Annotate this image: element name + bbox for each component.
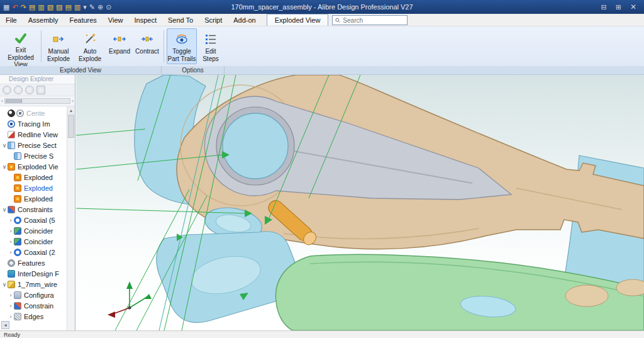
scroll-left-icon[interactable]: ‹	[1, 98, 3, 104]
assembly-canvas[interactable]	[76, 75, 644, 330]
3d-viewport[interactable]	[76, 75, 644, 330]
scroll-right-icon[interactable]: ›	[72, 98, 74, 104]
menu-item-assembly[interactable]: Assembly	[23, 14, 64, 26]
window-icon[interactable]: ⊞	[616, 4, 621, 11]
redline-icon	[8, 131, 15, 138]
display-mode-icon[interactable]: ⊟	[601, 4, 607, 11]
doc-5-icon[interactable]: ▤	[65, 4, 71, 11]
undo-icon[interactable]: ↶	[12, 4, 18, 11]
expander-icon[interactable]: ›	[8, 217, 14, 223]
expander-icon[interactable]: ∨	[1, 281, 8, 288]
tree-item-1-7mm-wire-16[interactable]: ∨1_7mm_wire	[0, 279, 67, 290]
menu-items: FileAssemblyFeaturesViewInspectSend ToSc…	[0, 14, 262, 26]
expand-icon	[113, 32, 126, 46]
ribbon-toolbar: Exit Exploded ViewManual ExplodeAuto Exp…	[0, 26, 644, 66]
tree-item-tracing-im-1[interactable]: Tracing Im	[0, 118, 67, 129]
coaxial-icon	[14, 217, 21, 224]
doc-3-icon[interactable]: ▧	[47, 4, 53, 11]
menu-item-view[interactable]: View	[103, 14, 129, 26]
redo-icon[interactable]: ↷	[21, 4, 26, 11]
tree-item-constraints-9[interactable]: ∨Constraints	[0, 204, 67, 215]
tree-item-coaxial-2-13[interactable]: ›Coaxial (2	[0, 247, 67, 257]
doc-dropdown-caret[interactable]: ▾	[83, 4, 87, 11]
expander-icon[interactable]: ∨	[1, 206, 8, 213]
doc-4-icon[interactable]: ▨	[56, 4, 62, 11]
exploded-icon	[14, 174, 21, 181]
tab-exploded-view[interactable]: Exploded View	[267, 14, 329, 26]
tree-item-configura-17[interactable]: ›Configura	[0, 290, 67, 300]
expander-icon[interactable]: ›	[8, 292, 14, 298]
menu-item-features[interactable]: Features	[64, 14, 102, 26]
search-input[interactable]	[343, 17, 404, 24]
edit-steps-button[interactable]: Edit Steps	[198, 28, 223, 64]
expand-button[interactable]: Expand	[107, 28, 132, 64]
exploded-icon	[14, 184, 21, 192]
explorer-vertical-scrollbar[interactable]: ▲	[67, 106, 75, 330]
expander-icon[interactable]: ›	[8, 228, 14, 234]
zoom-icon[interactable]: ⊙	[106, 4, 111, 11]
tree-item-features-14[interactable]: Features	[0, 257, 67, 268]
doc-6-icon[interactable]: ▥	[74, 4, 80, 11]
tree-item-precise-s-4[interactable]: Precise S	[0, 150, 67, 161]
scroll-thumb[interactable]	[6, 99, 22, 103]
save-icon[interactable]: ▦	[3, 4, 9, 11]
menu-item-script[interactable]: Script	[199, 14, 228, 26]
tree-item-label: Redline View	[18, 131, 58, 138]
tree-item-coincider-11[interactable]: ›Coincider	[0, 225, 67, 236]
ribbon-button-label: Contract	[135, 48, 159, 55]
menu-item-file[interactable]: File	[0, 14, 23, 26]
tree-item-exploded-7[interactable]: Exploded	[0, 183, 67, 193]
vertical-scroll-thumb[interactable]	[68, 115, 74, 138]
tree-item-interdesign-f-15[interactable]: InterDesign F	[0, 268, 67, 279]
exploded-icon	[14, 195, 21, 203]
part-icon	[8, 281, 15, 288]
tree-item-constrain-18[interactable]: ›Constrain	[0, 300, 67, 311]
tree-item-edges-19[interactable]: ›Edges	[0, 311, 67, 322]
tree-item-precise-sect-3[interactable]: ∨Precise Sect	[0, 140, 67, 150]
tree-item-label: Exploded	[24, 174, 53, 181]
ribbon-separator	[41, 30, 42, 62]
open-doc-icon[interactable]: ▥	[38, 4, 44, 11]
tree-item-label: Configura	[24, 291, 54, 299]
expander-icon[interactable]: ∨	[1, 142, 8, 149]
expander-icon[interactable]: ›	[8, 249, 14, 256]
zoom-in-icon[interactable]: ⊕	[97, 4, 103, 11]
part-spacer-ring-blue[interactable]	[216, 107, 294, 185]
expander-icon[interactable]: ›	[8, 313, 14, 320]
expander-icon[interactable]: ›	[8, 239, 14, 245]
explorer-tool-4-icon[interactable]	[36, 86, 45, 94]
manual-explode-icon	[52, 32, 65, 46]
menu-item-inspect[interactable]: Inspect	[129, 14, 162, 26]
expander-icon[interactable]: ∨	[1, 164, 8, 170]
section-icon	[8, 142, 15, 149]
menu-item-send-to[interactable]: Send To	[162, 14, 199, 26]
explorer-tool-2-icon[interactable]	[14, 86, 23, 94]
toggle-part-trails-button[interactable]: Toggle Part Trails	[167, 28, 197, 64]
close-button[interactable]: ✕	[630, 3, 636, 11]
manual-explode-button[interactable]: Manual Explode	[44, 28, 73, 64]
tree-item-redline-view-2[interactable]: Redline View	[0, 129, 67, 140]
tree-item-label: Tracing Im	[18, 120, 50, 128]
tree-item-coaxial-5-10[interactable]: ›Coaxial (5	[0, 215, 67, 225]
auto-explode-button[interactable]: Auto Explode	[74, 28, 106, 64]
new-doc-icon[interactable]: ▤	[29, 4, 35, 11]
search-box[interactable]	[332, 15, 408, 25]
ribbon-group-labels: Exploded ViewOptions	[0, 66, 644, 75]
expander-icon[interactable]: ›	[8, 303, 14, 309]
contract-button[interactable]: Contract	[133, 28, 161, 64]
annotate-pen-icon[interactable]: ✎	[89, 4, 95, 11]
explorer-tool-3-icon[interactable]	[25, 86, 34, 94]
exploded-icon	[8, 163, 15, 171]
tree-item-exploded-8[interactable]: Exploded	[0, 193, 67, 204]
explorer-tool-1-icon[interactable]	[3, 86, 11, 94]
tree-item-coincider-12[interactable]: ›Coincider	[0, 236, 67, 247]
tree-item-cente-0[interactable]: Cente	[0, 108, 67, 118]
scroll-up-icon[interactable]: ▲	[67, 106, 75, 115]
menu-item-add-on[interactable]: Add-on	[228, 14, 261, 26]
explorer-horizontal-scrollbar[interactable]: ‹ ›	[0, 96, 75, 106]
tree-item-exploded-6[interactable]: Exploded	[0, 172, 67, 183]
exit-exploded-view-button[interactable]: Exit Exploded View	[3, 28, 38, 64]
panel-collapse-button[interactable]: ◂	[1, 321, 9, 329]
scroll-track[interactable]	[4, 98, 71, 104]
tree-item-exploded-vie-5[interactable]: ∨Exploded Vie	[0, 161, 67, 172]
